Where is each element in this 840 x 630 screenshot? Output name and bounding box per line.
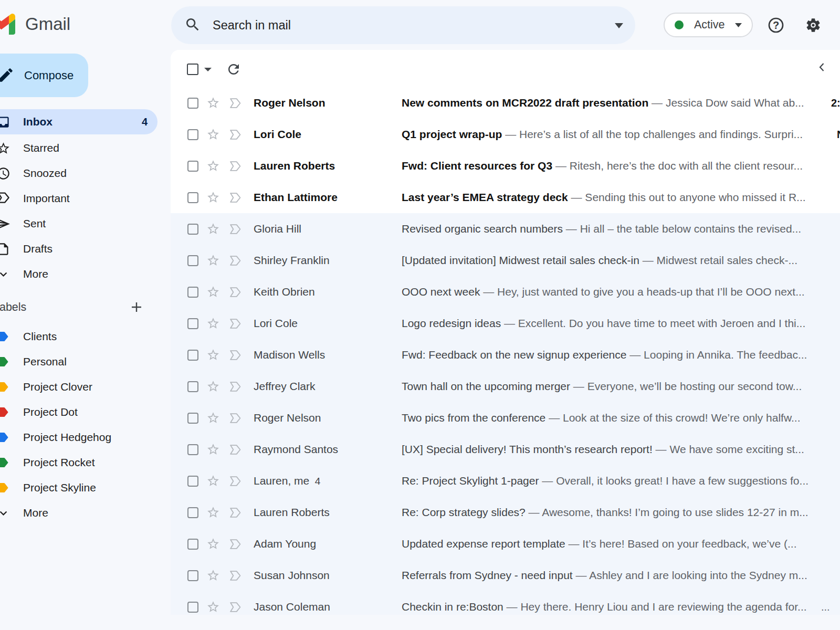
svg-text:?: ?	[773, 19, 779, 31]
